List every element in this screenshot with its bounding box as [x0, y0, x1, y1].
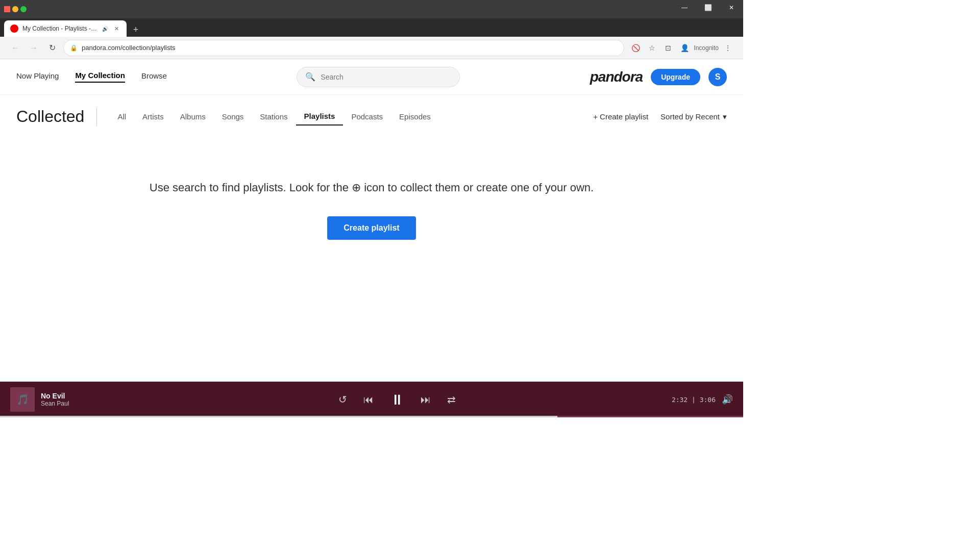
incognito-label: Incognito: [694, 44, 719, 52]
avatar[interactable]: S: [708, 68, 727, 86]
filter-playlists[interactable]: Playlists: [296, 108, 344, 126]
window-controls[interactable]: — ⬜ ✕: [673, 0, 743, 15]
collection-title: Collected: [16, 107, 84, 126]
progress-bar[interactable]: [0, 416, 743, 417]
track-artist: Sean Paul: [41, 400, 122, 407]
address-bar: ← → ↻ 🔒 pandora.com/collection/playlists…: [0, 37, 743, 59]
nav-browse[interactable]: Browse: [141, 71, 167, 82]
active-tab[interactable]: My Collection - Playlists - P... 🔊 ✕: [4, 20, 127, 37]
back-button[interactable]: ←: [8, 41, 22, 55]
filter-tabs: All Artists Albums Songs Stations Playli…: [109, 108, 438, 126]
upgrade-button[interactable]: Upgrade: [651, 69, 700, 85]
pause-icon: ⏸: [390, 391, 404, 408]
bookmark-icon[interactable]: ☆: [645, 41, 659, 55]
shuffle-button[interactable]: ⇄: [447, 393, 456, 406]
now-playing-bar: 🎵 No Evil Sean Paul ↺ ⏮ ⏸ ⏭ ⇄ 2:32 | 3:0…: [0, 382, 743, 417]
side-panel-icon[interactable]: ⊡: [661, 41, 675, 55]
sorted-by-dropdown[interactable]: Sorted by Recent ▾: [660, 112, 727, 121]
nav-links: Now Playing My Collection Browse: [16, 71, 167, 83]
refresh-button[interactable]: ↻: [45, 41, 59, 55]
minimize-button[interactable]: —: [673, 0, 696, 15]
prev-button[interactable]: ⏮: [363, 394, 374, 406]
empty-text: Use search to find playlists. Look for t…: [150, 179, 594, 196]
new-tab-button[interactable]: +: [129, 22, 143, 37]
prev-icon: ⏮: [363, 394, 374, 406]
nav-my-collection[interactable]: My Collection: [75, 71, 125, 83]
track-info: 🎵 No Evil Sean Paul: [10, 387, 122, 412]
filter-episodes[interactable]: Episodes: [391, 108, 439, 125]
volume-icon: 🔊: [722, 394, 733, 405]
time-display: 2:32 | 3:06: [672, 396, 716, 404]
repeat-icon: ↺: [338, 393, 347, 406]
time-separator: |: [692, 396, 700, 404]
profile-icon[interactable]: 👤: [677, 41, 692, 55]
tab-bar: My Collection - Playlists - P... 🔊 ✕ +: [0, 18, 743, 37]
filter-stations[interactable]: Stations: [252, 108, 296, 125]
forward-button[interactable]: →: [27, 41, 41, 55]
sorted-by-label: Sorted by Recent: [660, 112, 720, 121]
tab-favicon: [10, 24, 18, 33]
search-input[interactable]: [321, 73, 451, 81]
vertical-divider: [96, 108, 97, 126]
right-controls: 2:32 | 3:06 🔊: [672, 394, 733, 405]
filter-all[interactable]: All: [109, 108, 134, 125]
player-controls: ↺ ⏮ ⏸ ⏭ ⇄: [133, 391, 662, 408]
create-playlist-button[interactable]: Create playlist: [327, 216, 415, 240]
filter-songs[interactable]: Songs: [214, 108, 252, 125]
eye-slash-icon[interactable]: 🚫: [628, 41, 643, 55]
chevron-down-icon: ▾: [723, 112, 727, 121]
tab-close-button[interactable]: ✕: [112, 24, 120, 33]
filter-albums[interactable]: Albums: [172, 108, 214, 125]
search-icon: 🔍: [305, 72, 315, 82]
collection-header: Collected All Artists Albums Songs Stati…: [16, 107, 727, 126]
tab-title: My Collection - Playlists - P...: [22, 25, 98, 32]
pandora-app: Now Playing My Collection Browse 🔍 pando…: [0, 59, 743, 382]
incognito-badge: Incognito: [694, 44, 719, 52]
time-current: 2:32: [672, 396, 688, 404]
empty-state: Use search to find playlists. Look for t…: [16, 138, 727, 281]
repeat-button[interactable]: ↺: [338, 393, 347, 406]
filter-artists[interactable]: Artists: [134, 108, 172, 125]
tab-mute-icon[interactable]: 🔊: [102, 26, 108, 32]
track-name: No Evil: [41, 392, 122, 400]
header-actions: + Create playlist Sorted by Recent ▾: [593, 112, 727, 121]
progress-fill: [0, 416, 557, 417]
top-nav: Now Playing My Collection Browse 🔍 pando…: [0, 59, 743, 95]
pause-button[interactable]: ⏸: [390, 391, 404, 408]
volume-button[interactable]: 🔊: [722, 394, 733, 405]
lock-icon: 🔒: [70, 44, 78, 52]
url-text: pandora.com/collection/playlists: [82, 44, 618, 52]
pandora-logo: pandora: [590, 69, 643, 85]
next-icon: ⏭: [421, 394, 431, 406]
filter-podcasts[interactable]: Podcasts: [343, 108, 391, 125]
next-button[interactable]: ⏭: [421, 394, 431, 406]
main-content: Collected All Artists Albums Songs Stati…: [0, 95, 743, 382]
nav-right: pandora Upgrade S: [590, 68, 727, 86]
url-bar[interactable]: 🔒 pandora.com/collection/playlists: [63, 40, 624, 56]
menu-button[interactable]: ⋮: [721, 41, 735, 55]
search-box[interactable]: 🔍: [297, 67, 460, 87]
nav-now-playing[interactable]: Now Playing: [16, 71, 59, 82]
close-button[interactable]: ✕: [720, 0, 743, 15]
shuffle-icon: ⇄: [447, 393, 456, 406]
maximize-button[interactable]: ⬜: [696, 0, 720, 15]
time-total: 3:06: [700, 396, 716, 404]
address-actions: 🚫 ☆ ⊡ 👤 Incognito ⋮: [628, 41, 735, 55]
track-details: No Evil Sean Paul: [41, 392, 122, 407]
track-thumbnail: 🎵: [10, 387, 35, 412]
create-playlist-top-button[interactable]: + Create playlist: [593, 112, 648, 121]
nav-search: 🔍: [167, 67, 590, 87]
browser-chrome: — ⬜ ✕: [0, 0, 743, 18]
